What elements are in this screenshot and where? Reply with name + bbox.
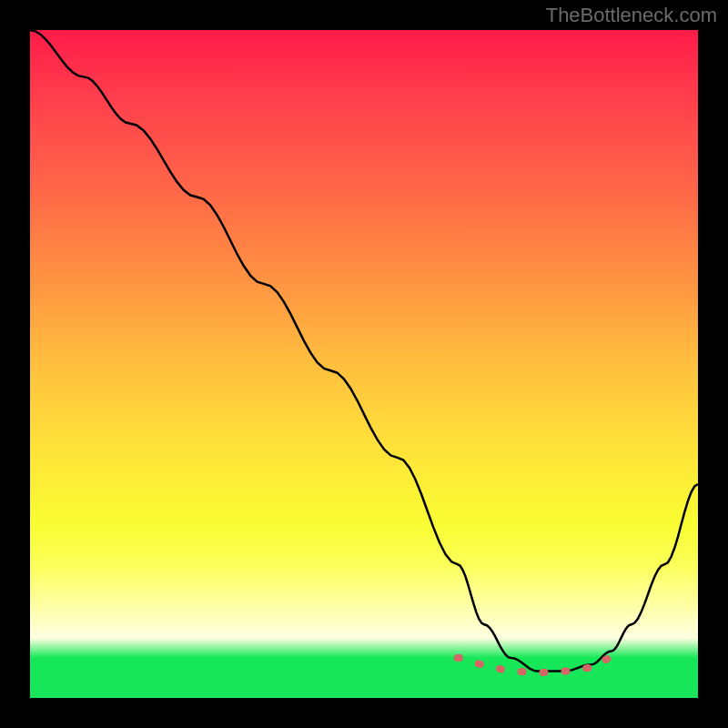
chart-container: TheBottleneck.com [0, 0, 728, 728]
watermark-text: TheBottleneck.com [546, 4, 717, 27]
plot-area [30, 30, 698, 698]
bottleneck-curve [30, 30, 698, 672]
chart-svg [30, 30, 698, 698]
